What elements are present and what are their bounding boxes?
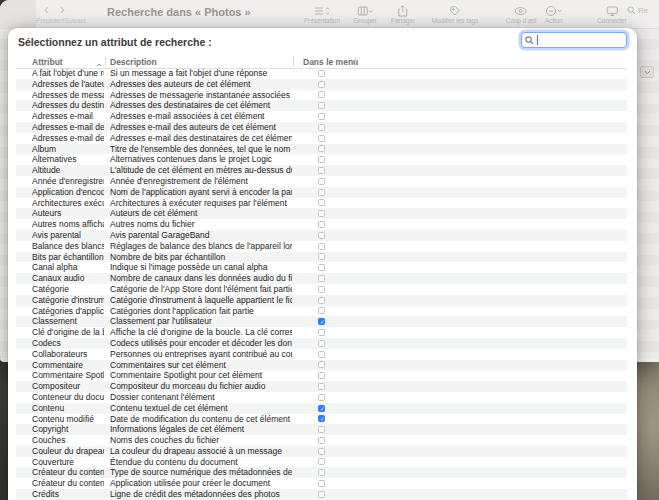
action-button[interactable]: Action bbox=[545, 3, 563, 24]
connect-button[interactable]: Connecter bbox=[597, 3, 627, 24]
table-row[interactable]: Canaux audioNombre de canaux dans les do… bbox=[16, 273, 627, 284]
column-header-attribut[interactable]: Attribut bbox=[32, 57, 63, 67]
menu-checkbox-checked[interactable] bbox=[318, 318, 325, 325]
table-row[interactable]: Adresses e-mail de l'a…Adresses e-mail d… bbox=[16, 122, 627, 133]
table-row[interactable]: Année d'enregistreme…Année d'enregistrem… bbox=[16, 176, 627, 187]
menu-checkbox[interactable] bbox=[318, 448, 325, 455]
menu-checkbox[interactable] bbox=[318, 329, 325, 336]
menu-checkbox[interactable] bbox=[318, 113, 325, 120]
menu-checkbox[interactable] bbox=[318, 221, 325, 228]
column-header-description[interactable]: Description bbox=[110, 57, 157, 67]
menu-checkbox[interactable] bbox=[318, 437, 325, 444]
table-row[interactable]: CouchesNoms des couches du fichier bbox=[16, 435, 627, 446]
menu-checkbox[interactable] bbox=[318, 135, 325, 142]
table-row[interactable]: Adresses du destinat…Adresses des destin… bbox=[16, 100, 627, 111]
table-row[interactable]: Créateur du contenuApplication utilisée … bbox=[16, 478, 627, 489]
table-row[interactable]: CollaborateursPersonnes ou entreprises a… bbox=[16, 349, 627, 360]
menu-checkbox[interactable] bbox=[318, 458, 325, 465]
table-row[interactable]: Autres noms affichabl…Autres noms du fic… bbox=[16, 219, 627, 230]
forward-button[interactable]: › bbox=[60, 2, 65, 16]
table-row[interactable]: CompositeurCompositeur du morceau du fic… bbox=[16, 381, 627, 392]
table-row[interactable]: ContenuContenu textuel de cet élément bbox=[16, 403, 627, 414]
table-row[interactable]: CommentaireCommentaires sur cet élément bbox=[16, 360, 627, 371]
table-row[interactable]: Clé d'origine de la bo…Affiche la clé d'… bbox=[16, 327, 627, 338]
menu-checkbox[interactable] bbox=[318, 372, 325, 379]
menu-checkbox[interactable] bbox=[318, 81, 325, 88]
table-row[interactable]: Balance des blancsRéglages de balance de… bbox=[16, 241, 627, 252]
table-row[interactable]: CréditsLigne de crédit des métadonnées d… bbox=[16, 489, 627, 500]
group-button[interactable]: Grouper bbox=[353, 3, 376, 24]
view-button[interactable]: Présentation bbox=[304, 3, 340, 24]
table-row[interactable]: CatégorieCatégorie de l'App Store dont l… bbox=[16, 284, 627, 295]
menu-checkbox[interactable] bbox=[318, 394, 325, 401]
table-row[interactable]: CopyrightInformations légales de cet élé… bbox=[16, 424, 627, 435]
attribute-description-cell: Nombre de canaux dans les données audio … bbox=[110, 273, 292, 284]
menu-checkbox[interactable] bbox=[318, 361, 325, 368]
attribute-description-cell: Classement par l'utilisateur bbox=[110, 316, 292, 327]
menu-checkbox[interactable] bbox=[318, 383, 325, 390]
table-row[interactable]: Bits par échantillonNombre de bits par é… bbox=[16, 252, 627, 263]
table-row[interactable]: CouvertureÉtendue du contenu du document bbox=[16, 457, 627, 468]
table-row[interactable]: AltitudeL'altitude de cet élément en mèt… bbox=[16, 165, 627, 176]
menu-checkbox[interactable] bbox=[318, 340, 325, 347]
menu-checkbox[interactable] bbox=[318, 491, 325, 498]
table-row[interactable]: AuteursAuteurs de cet élément bbox=[16, 208, 627, 219]
table-row[interactable]: AlbumTitre de l'ensemble des données, te… bbox=[16, 144, 627, 155]
table-row[interactable]: Adresses e-mailAdresses e-mail associées… bbox=[16, 111, 627, 122]
table-row[interactable]: Architectures exécuta…Architectures à ex… bbox=[16, 198, 627, 209]
menu-checkbox[interactable] bbox=[318, 91, 325, 98]
table-row[interactable]: Adresses de l'auteurAdresses des auteurs… bbox=[16, 79, 627, 90]
menu-checkbox[interactable] bbox=[318, 286, 325, 293]
menu-checkbox[interactable] bbox=[318, 243, 325, 250]
menu-checkbox[interactable] bbox=[318, 297, 325, 304]
column-header-dans-le-menu[interactable]: Dans le menu bbox=[303, 57, 358, 67]
back-button[interactable]: ‹ bbox=[44, 2, 49, 16]
menu-checkbox[interactable] bbox=[318, 307, 325, 314]
menu-checkbox-checked[interactable] bbox=[318, 405, 325, 412]
menu-checkbox[interactable] bbox=[318, 167, 325, 174]
menu-checkbox[interactable] bbox=[318, 145, 325, 152]
toolbar-search-field[interactable]: Re bbox=[627, 6, 648, 15]
table-row[interactable]: Conteneur du docum…Dossier contenant l'é… bbox=[16, 392, 627, 403]
menu-checkbox[interactable] bbox=[318, 199, 325, 206]
menu-checkbox[interactable] bbox=[318, 156, 325, 163]
menu-checkbox[interactable] bbox=[318, 210, 325, 217]
quicklook-button[interactable]: Coup d'œil bbox=[506, 3, 537, 24]
menu-checkbox[interactable] bbox=[318, 189, 325, 196]
table-row[interactable]: CodecsCodecs utilisés pour encoder et dé… bbox=[16, 338, 627, 349]
menu-checkbox[interactable] bbox=[318, 426, 325, 433]
table-row[interactable]: Créateur du contenuType de source numéri… bbox=[16, 467, 627, 478]
menu-checkbox[interactable] bbox=[318, 124, 325, 131]
table-row[interactable]: ClassementClassement par l'utilisateur bbox=[16, 316, 627, 327]
table-row[interactable]: Couleur du drapeauLa couleur du drapeau … bbox=[16, 446, 627, 457]
table-row[interactable]: A fait l'objet d'une rép…Si un message a… bbox=[16, 68, 627, 79]
table-row[interactable]: Canal alphaIndique si l'image possède un… bbox=[16, 262, 627, 273]
menu-checkbox[interactable] bbox=[318, 264, 325, 271]
attribute-search-field[interactable] bbox=[521, 32, 627, 48]
menu-checkbox[interactable] bbox=[318, 480, 325, 487]
menu-checkbox[interactable] bbox=[318, 253, 325, 260]
table-row[interactable]: Application d'encoda…Nom de l'applicatio… bbox=[16, 187, 627, 198]
menu-checkbox[interactable] bbox=[318, 351, 325, 358]
menu-checkbox[interactable] bbox=[318, 469, 325, 476]
attribute-name-cell: Catégories d'applicati… bbox=[32, 306, 104, 317]
table-row[interactable]: Avis parentalAvis parental GarageBand bbox=[16, 230, 627, 241]
menu-checkbox[interactable] bbox=[318, 70, 325, 77]
menu-checkbox-checked[interactable] bbox=[318, 415, 325, 422]
menu-checkbox[interactable] bbox=[318, 275, 325, 282]
sort-popup-button[interactable] bbox=[640, 66, 654, 78]
table-row[interactable]: Commentaire SpotlightCommentaire Spotlig… bbox=[16, 370, 627, 381]
table-row[interactable]: Catégories d'applicati…Catégories dont l… bbox=[16, 306, 627, 317]
tags-button[interactable]: Modifier les tags bbox=[432, 3, 479, 24]
table-row[interactable]: Contenu modifiéDate de modification du c… bbox=[16, 414, 627, 425]
attribute-search-input[interactable] bbox=[538, 35, 623, 45]
table-row[interactable]: Adresses de message…Adresses de messager… bbox=[16, 90, 627, 101]
menu-checkbox[interactable] bbox=[318, 232, 325, 239]
menu-checkbox[interactable] bbox=[318, 178, 325, 185]
table-row[interactable]: AlternativesAlternatives contenues dans … bbox=[16, 154, 627, 165]
menu-checkbox[interactable] bbox=[318, 102, 325, 109]
table-row[interactable]: Adresses e-mail des…Adresses e-mail des … bbox=[16, 133, 627, 144]
attribute-name-cell: Créateur du contenu bbox=[32, 478, 104, 489]
table-row[interactable]: Catégorie d'instrumentCatégorie d'instru… bbox=[16, 295, 627, 306]
share-button[interactable]: Partager bbox=[391, 3, 416, 24]
